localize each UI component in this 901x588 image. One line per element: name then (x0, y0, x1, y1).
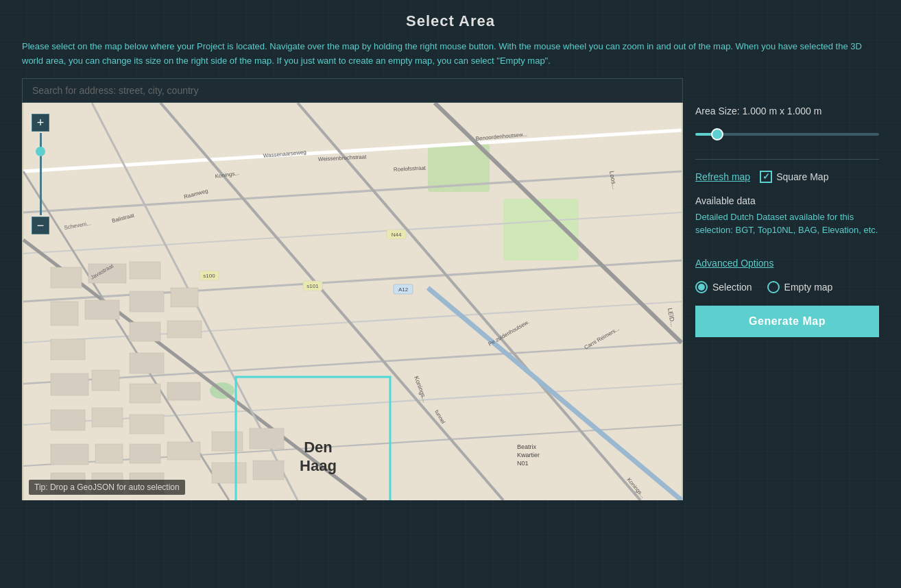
svg-rect-24 (92, 370, 119, 391)
radio-selection-inner (698, 284, 705, 291)
svg-rect-45 (212, 463, 246, 483)
instruction-text: Please select on the map below where you… (22, 40, 879, 69)
svg-rect-43 (212, 432, 243, 451)
area-size-label: Area Size: 1.000 m x 1.000 m (695, 106, 879, 117)
zoom-slider-track (40, 133, 42, 215)
generate-map-button[interactable]: Generate Map (695, 306, 879, 337)
svg-text:Beatrix: Beatrix (517, 443, 537, 450)
svg-text:Den: Den (304, 439, 333, 456)
zoom-controls: + − (32, 114, 49, 234)
left-panel: Scheveni... Javastraat Balistraat Raamwe… (22, 78, 683, 500)
svg-text:A12: A12 (398, 286, 409, 293)
svg-rect-46 (253, 461, 284, 480)
available-data-text: Detailed Dutch Dataset available for thi… (695, 210, 879, 237)
zoom-in-button[interactable]: + (32, 114, 49, 132)
svg-rect-36 (130, 353, 164, 373)
svg-rect-27 (51, 444, 88, 465)
svg-rect-32 (130, 291, 164, 312)
svg-rect-21 (85, 300, 119, 319)
svg-rect-44 (250, 428, 284, 449)
refresh-row: Refresh map ✓ Square Map (695, 171, 879, 183)
checkmark-icon: ✓ (762, 171, 770, 182)
svg-rect-22 (51, 339, 85, 360)
page-title: Select Area (406, 12, 495, 29)
svg-rect-25 (51, 410, 85, 430)
svg-rect-20 (51, 302, 78, 326)
radio-empty-outer[interactable] (767, 281, 780, 293)
map-tip: Tip: Drop a GeoJSON for auto selection (29, 480, 185, 495)
search-input[interactable] (22, 78, 683, 103)
advanced-options-link[interactable]: Advanced Options (695, 258, 879, 269)
radio-selection-outer[interactable] (695, 281, 708, 293)
svg-text:Kwartier: Kwartier (517, 452, 540, 458)
svg-rect-28 (95, 444, 123, 463)
svg-text:Haag: Haag (300, 457, 337, 474)
radio-empty-map[interactable]: Empty map (767, 281, 833, 293)
square-map-checkbox[interactable]: ✓ (760, 171, 772, 183)
square-map-checkbox-row[interactable]: ✓ Square Map (760, 171, 828, 183)
svg-rect-33 (171, 288, 198, 307)
svg-text:N01: N01 (517, 460, 529, 467)
right-panel: Area Size: 1.000 m x 1.000 m Refresh map… (695, 78, 879, 500)
radio-selection-label: Selection (712, 282, 752, 293)
svg-rect-23 (51, 373, 88, 395)
svg-text:s100: s100 (203, 273, 215, 279)
svg-rect-38 (167, 382, 200, 400)
svg-rect-26 (92, 408, 123, 427)
svg-rect-41 (167, 442, 200, 460)
radio-empty-label: Empty map (784, 282, 833, 293)
square-map-label: Square Map (776, 171, 828, 182)
svg-text:s101: s101 (307, 283, 319, 289)
radio-row: Selection Empty map (695, 281, 879, 293)
svg-rect-39 (130, 415, 164, 434)
map-svg: Scheveni... Javastraat Balistraat Raamwe… (22, 103, 683, 500)
zoom-slider-thumb (36, 147, 45, 156)
slider-container[interactable] (695, 123, 879, 141)
map-container[interactable]: Scheveni... Javastraat Balistraat Raamwe… (22, 103, 683, 500)
svg-text:N44: N44 (392, 232, 402, 238)
available-data-label: Available data (695, 195, 879, 206)
page-header: Select Area (0, 0, 901, 40)
zoom-out-button[interactable]: − (32, 217, 49, 234)
refresh-map-link[interactable]: Refresh map (695, 171, 750, 182)
svg-rect-40 (130, 444, 160, 463)
svg-rect-37 (130, 384, 160, 403)
area-size-slider[interactable] (695, 133, 879, 136)
radio-selection[interactable]: Selection (695, 281, 752, 293)
divider-1 (695, 159, 879, 160)
svg-rect-18 (51, 267, 82, 288)
svg-rect-35 (167, 321, 202, 338)
svg-rect-31 (130, 262, 160, 279)
svg-rect-34 (130, 322, 160, 341)
